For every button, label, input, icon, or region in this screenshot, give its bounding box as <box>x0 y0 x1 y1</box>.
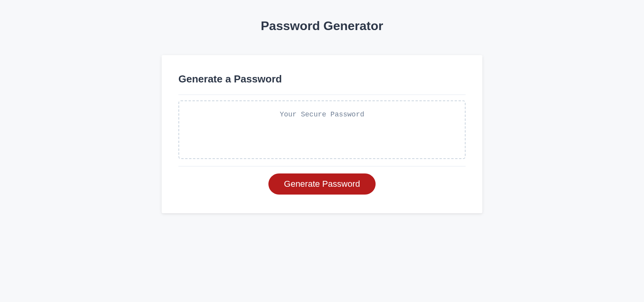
main-container: Password Generator Generate a Password G… <box>0 0 644 213</box>
generate-button[interactable]: Generate Password <box>268 173 376 195</box>
generator-card: Generate a Password Generate Password <box>162 55 482 213</box>
page-title: Password Generator <box>261 19 383 33</box>
card-heading: Generate a Password <box>178 73 466 85</box>
password-output[interactable] <box>178 100 466 159</box>
card-footer: Generate Password <box>178 173 466 195</box>
card-body <box>178 95 466 166</box>
